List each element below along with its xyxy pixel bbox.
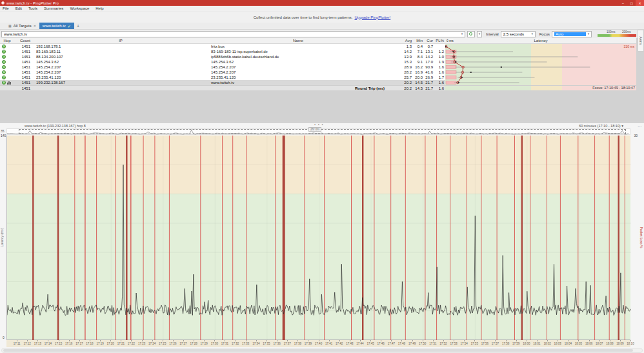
timegraph-range-label: 60 minutes (17:10 - 18:10) [579,124,621,128]
x-tick-label: 17:45 [367,342,374,345]
x-tick-mark [319,340,319,341]
footer-count: 1451 [14,86,32,90]
cell-count: 1451 [14,60,32,64]
cell-name: 145.254.2.207 [209,65,387,69]
tab-all-targets[interactable]: ▦ All Targets ✕ [5,23,39,29]
x-tick-label: 18:07 [596,342,603,345]
x-tick-mark [152,340,153,341]
hop-status-icon: 6 [2,70,6,74]
col-header-pl[interactable]: PL% [434,39,445,43]
x-tick-label: 17:59 [512,342,519,345]
x-tick-label: 17:50 [419,342,426,345]
col-header-name[interactable]: Name [209,39,387,43]
x-tick-mark [90,340,90,341]
x-tick-label: 17:53 [450,342,457,345]
tab-twitch-label: www.twitch.tv [43,24,66,28]
x-tick-mark [547,340,548,341]
x-tick-mark [69,340,70,341]
latency-timegraph[interactable] [6,136,630,340]
x-tick-mark [360,340,361,341]
x-tick-mark [297,340,298,341]
alerts-side-tab[interactable]: Alerts [638,30,644,52]
x-tick-mark [495,340,496,341]
cell-min: 8.4 [413,55,423,59]
title-bar: www.twitch.tv - PingPlotter Pro – ▢ ✕ [0,0,644,6]
menu-item-help[interactable]: Help [96,6,103,10]
splitter-handle[interactable]: • • • [314,123,324,126]
trace-options-dropdown[interactable]: ▼ [477,31,482,37]
menu-item-edit[interactable]: Edit [15,6,22,10]
x-tick-label: 17:49 [408,342,416,345]
x-tick-label: 17:35 [263,342,270,345]
footer-min: 14.5 [413,86,423,90]
add-tab-button[interactable]: + [77,24,79,28]
cell-count: 1451 [14,81,32,85]
focus-select[interactable]: Auto ▼ [552,31,592,37]
interval-label: Interval [486,32,499,36]
cell-min: 16.2 [413,65,423,69]
cell-ip: 199.232.138.167 [32,81,209,85]
upgrade-notice: Collect unlimited data over time to find… [0,12,644,23]
grid-icon: ▦ [8,24,12,28]
x-tick-mark [350,340,350,341]
timegraph-range-select[interactable]: 60 minutes (17:10 - 18:10) ▾ [579,124,623,128]
cell-cur: 0.7 [423,45,434,48]
upgrade-link[interactable]: Upgrade PingPlotter! [355,15,391,19]
cell-min: 16.9 [413,70,423,74]
focus-dropdown-icon: ▼ [586,32,591,35]
focus-label: Focus [539,32,550,36]
menu-item-file[interactable]: File [3,6,9,10]
x-tick-label: 17:13 [34,342,41,345]
col-header-count[interactable]: Count [14,39,32,43]
overview-tag: 2hr 0m [308,127,321,132]
latency-scale-legend[interactable]: 100ms 200ms [598,30,636,37]
tab-close-icon[interactable]: ✕ [34,24,36,28]
col-header-ip[interactable]: IP [32,39,209,43]
cell-cur: 13.1 [423,50,434,54]
interval-select[interactable]: 2.5 seconds ▼ [501,31,536,37]
record-icon [469,32,472,35]
col-header-cur[interactable]: Cur [423,39,434,43]
address-dropdown-icon[interactable]: ▼ [459,32,465,35]
scale-200-label: 200ms [622,30,631,34]
window-title: www.twitch.tv - PingPlotter Pro [6,1,619,5]
x-tick-mark [589,340,590,341]
check-icon: ✔ [68,24,71,28]
maximize-button[interactable]: ▢ [627,0,636,6]
menu-item-workspace[interactable]: Workspace [70,6,89,10]
x-tick-label: 17:12 [24,342,31,345]
col-header-min[interactable]: Min [413,39,423,43]
x-tick-label: 17:28 [190,342,197,345]
horizontal-scrollbar[interactable] [1,348,643,353]
cell-pl: 1.6 [434,70,445,74]
cell-avg: 25.7 [387,76,413,79]
scrollbar-thumb[interactable] [3,349,633,352]
col-header-avg[interactable]: Avg [387,39,413,43]
cell-name: 145.254.3.62 [209,60,387,64]
target-address-input[interactable] [2,32,459,37]
timegraph-header: www.twitch.tv (199.232.138.167) hop 8 • … [0,123,644,128]
cell-ip: 145.254.3.62 [32,60,209,64]
cell-cur: 26.9 [423,76,434,79]
x-tick-mark [142,340,143,341]
x-tick-mark [474,340,475,341]
tab-twitch[interactable]: www.twitch.tv ✔ [39,23,74,29]
cell-pl: 1.9 [434,60,445,64]
x-tick-mark [59,340,59,341]
x-tick-label: 17:23 [138,342,145,345]
close-button[interactable]: ✕ [636,0,644,6]
hop-status-icon: 3 [2,55,6,59]
cell-count: 1451 [14,55,32,59]
col-header-hop[interactable]: Hop [0,39,14,43]
cell-min: 20.0 [413,76,423,79]
scale-100-label: 100ms [607,30,616,34]
timegraph-menu-icon[interactable]: ⋯ [638,123,641,128]
cell-avg: 28.9 [387,65,413,69]
menu-item-summaries[interactable]: Summaries [44,6,63,10]
hop-status-icon: 1 [2,45,6,48]
x-tick-label: 17:57 [492,342,499,345]
start-trace-button[interactable] [467,31,475,37]
menu-item-tools[interactable]: Tools [28,6,37,10]
x-tick-mark [506,340,507,341]
minimize-button[interactable]: – [619,0,627,6]
